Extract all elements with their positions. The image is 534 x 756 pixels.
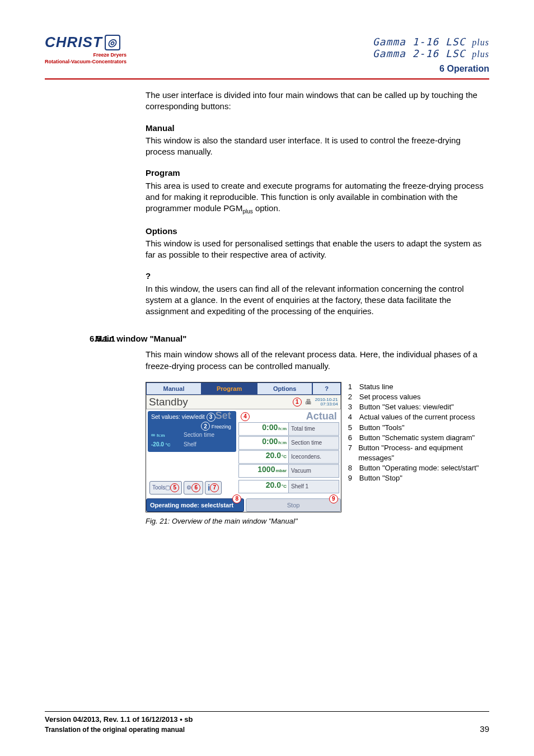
marker-9: 9 <box>329 494 338 503</box>
divider <box>45 78 489 80</box>
status-text: Standby <box>149 396 293 408</box>
help-heading: ? <box>146 270 489 282</box>
stop-button[interactable]: Stop9 <box>246 498 340 512</box>
swirl-icon: ◎ <box>105 35 120 50</box>
tab-options[interactable]: Options <box>257 382 312 395</box>
screenshot-manual-window: Manual Program Options ? Standby 1 🖶 201… <box>146 382 341 512</box>
act-row-total-time: 0:00h:mTotal time <box>238 422 339 436</box>
figure-legend: 1Status line 2Set process values 3Button… <box>348 382 489 512</box>
figure-caption: Fig. 21: Overview of the main window "Ma… <box>146 517 489 525</box>
marker-8: 8 <box>232 494 241 503</box>
options-text: This window is used for personalised set… <box>146 238 489 261</box>
marker-3: 3 <box>207 413 216 422</box>
tools-button[interactable]: Tools▢5 <box>149 481 182 494</box>
brand-logo: CHRIST ◎ Freeze Dryers Rotational-Vacuum… <box>45 34 127 64</box>
act-row-vacuum: 1000mbarVacuum <box>238 464 339 478</box>
program-heading: Program <box>146 167 489 179</box>
options-heading: Options <box>146 226 489 237</box>
subsection-number: 6.5.1.1 <box>90 334 115 343</box>
marker-6: 6 <box>191 483 200 492</box>
messages-button[interactable]: i7 <box>205 481 222 494</box>
datetime: 2010-10-2107:33:04 <box>315 398 338 407</box>
tab-manual[interactable]: Manual <box>146 382 202 395</box>
subsection-text: This main window shows all of the releva… <box>146 349 489 372</box>
marker-7: 7 <box>210 483 219 492</box>
intro-text: The user interface is divided into four … <box>146 90 489 113</box>
set-values-button[interactable]: Set values: view/edit 3Set 2 Freezing <box>148 411 236 430</box>
status-line: Standby 1 🖶 2010-10-2107:33:04 <box>146 395 341 409</box>
help-text: In this window, the users can find all o… <box>146 283 489 318</box>
marker-2: 2 <box>201 422 210 431</box>
marker-5: 5 <box>170 483 179 492</box>
set-row-section-time: ∞ h:mSection time <box>148 430 236 440</box>
operating-mode-button[interactable]: Operating mode: select/start8 <box>146 498 244 512</box>
page-number: 39 <box>480 724 489 734</box>
logo-sub2: Rotational-Vacuum-Concentrators <box>45 59 127 64</box>
set-row-shelf: -20.0 °CShelf <box>148 440 236 452</box>
actual-label: Actual <box>306 410 337 422</box>
manual-heading: Manual <box>146 123 489 134</box>
tab-program[interactable]: Program <box>202 382 257 395</box>
act-row-icecondens: 20.0°CIcecondens. <box>238 450 339 464</box>
act-row-shelf1: 20.0°CShelf 1 <box>238 480 339 493</box>
printer-icon: 🖶 <box>305 398 312 406</box>
logo-text: CHRIST <box>45 34 102 51</box>
footer-version: Version 04/2013, Rev. 1.1 of 16/12/2013 … <box>45 715 193 724</box>
section-header: 6 Operation <box>373 64 489 74</box>
act-row-section-time: 0:00h:mSection time <box>238 436 339 450</box>
schematic-button[interactable]: ⚙6 <box>184 481 203 494</box>
marker-4: 4 <box>241 412 250 421</box>
program-text: This area is used to create and execute … <box>146 180 489 216</box>
header-model: Gamma 1-16 LSC plus Gamma 2-16 LSC plus … <box>373 36 489 74</box>
marker-1: 1 <box>293 398 302 407</box>
logo-sub1: Freeze Dryers <box>45 52 127 58</box>
tab-help[interactable]: ? <box>312 382 341 395</box>
manual-text: This window is also the standard user in… <box>146 135 489 158</box>
footer-translation: Translation of the original operating ma… <box>45 726 193 734</box>
